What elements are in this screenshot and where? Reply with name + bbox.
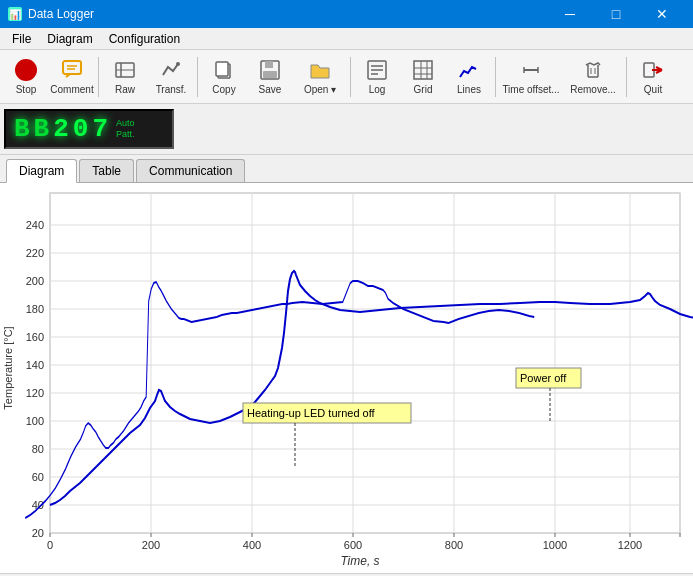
svg-point-7 (176, 62, 180, 66)
save-label: Save (259, 84, 282, 95)
copy-icon (212, 58, 236, 82)
raw-icon (113, 58, 137, 82)
comment-label: Comment (50, 84, 93, 95)
timeoffset-button[interactable]: Time offset... (500, 54, 562, 100)
svg-rect-0 (63, 61, 81, 74)
menu-diagram[interactable]: Diagram (39, 28, 100, 50)
svg-text:160: 160 (26, 331, 44, 343)
tab-diagram[interactable]: Diagram (6, 159, 77, 183)
grid-button[interactable]: Grid (401, 54, 445, 100)
toolbar-sep-3 (350, 57, 351, 97)
svg-text:60: 60 (32, 471, 44, 483)
toolbar-sep-4 (495, 57, 496, 97)
tab-communication[interactable]: Communication (136, 159, 245, 182)
tab-table[interactable]: Table (79, 159, 134, 182)
stop-icon (14, 58, 38, 82)
svg-text:1000: 1000 (543, 539, 567, 551)
copy-label: Copy (212, 84, 235, 95)
lcd-mode-labels: Auto Patt. (116, 118, 135, 140)
app-icon: 📊 (8, 7, 22, 21)
lcd-display-section: BB207 Auto Patt. (4, 109, 174, 149)
svg-text:240: 240 (26, 219, 44, 231)
svg-text:220: 220 (26, 247, 44, 259)
log-label: Log (369, 84, 386, 95)
svg-rect-11 (265, 61, 273, 68)
svg-text:Heating-up LED turned off: Heating-up LED turned off (247, 407, 376, 419)
transf-icon (159, 58, 183, 82)
svg-text:400: 400 (243, 539, 261, 551)
svg-text:Time, s: Time, s (340, 554, 379, 568)
menu-file[interactable]: File (4, 28, 39, 50)
menu-configuration[interactable]: Configuration (101, 28, 188, 50)
svg-text:Temperature [°C]: Temperature [°C] (2, 326, 14, 409)
svg-rect-17 (414, 61, 432, 79)
svg-text:Power off: Power off (520, 372, 567, 384)
svg-text:600: 600 (344, 539, 362, 551)
chart-svg: 20 40 60 80 100 120 140 160 180 200 220 … (0, 183, 693, 573)
menu-bar: File Diagram Configuration (0, 28, 693, 50)
chart-panel: 20 40 60 80 100 120 140 160 180 200 220 … (0, 183, 693, 573)
lines-icon (457, 58, 481, 82)
comment-button[interactable]: Comment (50, 54, 94, 100)
timeoffset-label: Time offset... (502, 84, 559, 95)
remove-button[interactable]: Remove... (564, 54, 622, 100)
svg-text:100: 100 (26, 415, 44, 427)
grid-label: Grid (414, 84, 433, 95)
toolbar-sep-5 (626, 57, 627, 97)
tab-bar: Diagram Table Communication (0, 155, 693, 183)
transf-label: Transf. (156, 84, 187, 95)
svg-text:200: 200 (142, 539, 160, 551)
svg-text:0: 0 (47, 539, 53, 551)
toolbar-sep-1 (98, 57, 99, 97)
quit-button[interactable]: Quit (631, 54, 675, 100)
open-button[interactable]: Open ▾ (294, 54, 346, 100)
svg-text:80: 80 (32, 443, 44, 455)
svg-text:120: 120 (26, 387, 44, 399)
svg-text:140: 140 (26, 359, 44, 371)
stop-label: Stop (16, 84, 37, 95)
svg-rect-12 (263, 71, 277, 78)
title-bar: 📊 Data Logger ─ □ ✕ (0, 0, 693, 28)
open-label: Open ▾ (304, 84, 336, 95)
lcd-value: BB207 (14, 114, 112, 144)
quit-label: Quit (644, 84, 662, 95)
grid-icon (411, 58, 435, 82)
svg-rect-35 (50, 193, 680, 533)
window-title: Data Logger (28, 7, 94, 21)
quit-icon (641, 58, 665, 82)
lcd-row: BB207 Auto Patt. (0, 104, 693, 155)
svg-text:1200: 1200 (618, 539, 642, 551)
raw-label: Raw (115, 84, 135, 95)
svg-text:200: 200 (26, 275, 44, 287)
toolbar: Stop Comment Raw Transf. Copy Save (0, 50, 693, 104)
close-button[interactable]: ✕ (639, 0, 685, 28)
open-icon (308, 58, 332, 82)
lines-label: Lines (457, 84, 481, 95)
lines-button[interactable]: Lines (447, 54, 491, 100)
log-icon (365, 58, 389, 82)
stop-button[interactable]: Stop (4, 54, 48, 100)
remove-label: Remove... (570, 84, 616, 95)
remove-icon (581, 58, 605, 82)
comment-icon (60, 58, 84, 82)
raw-button[interactable]: Raw (103, 54, 147, 100)
svg-text:20: 20 (32, 527, 44, 539)
save-icon (258, 58, 282, 82)
svg-rect-9 (216, 62, 228, 76)
copy-button[interactable]: Copy (202, 54, 246, 100)
svg-text:800: 800 (445, 539, 463, 551)
log-button[interactable]: Log (355, 54, 399, 100)
toolbar-sep-2 (197, 57, 198, 97)
minimize-button[interactable]: ─ (547, 0, 593, 28)
save-button[interactable]: Save (248, 54, 292, 100)
timeoffset-icon (519, 58, 543, 82)
transf-button[interactable]: Transf. (149, 54, 193, 100)
maximize-button[interactable]: □ (593, 0, 639, 28)
svg-text:180: 180 (26, 303, 44, 315)
